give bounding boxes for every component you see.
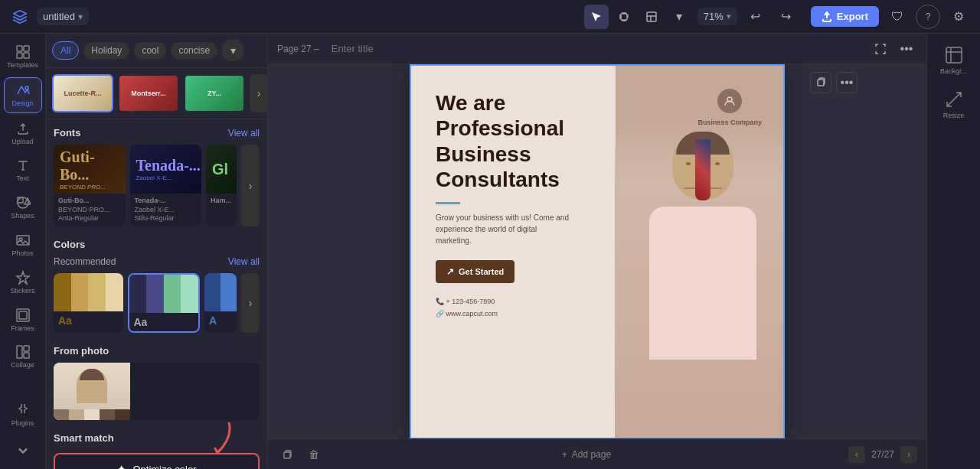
svg-rect-13 — [19, 311, 27, 319]
colors-view-all[interactable]: View all — [228, 256, 260, 267]
smart-match-section: Smart match ✦ Optimize color — [46, 425, 267, 469]
help-icon-btn[interactable]: ? — [916, 5, 940, 29]
nav-item-shapes[interactable]: Shapes — [4, 191, 42, 225]
nav-item-upload[interactable]: Upload — [4, 116, 42, 151]
page-title-input[interactable] — [325, 40, 466, 57]
style-thumb-montserrat[interactable]: Montserr... — [118, 74, 179, 112]
nav-item-templates[interactable]: Templates — [4, 40, 42, 74]
style-thumbs-next-btn[interactable]: › — [250, 74, 268, 112]
optimize-arrow — [191, 422, 237, 461]
design-canvas[interactable]: We are Professional Business Consultants… — [410, 64, 785, 438]
svg-rect-14 — [17, 346, 22, 358]
from-photo-label: From photo — [54, 345, 260, 357]
svg-rect-17 — [818, 80, 824, 86]
brand-logo — [717, 89, 742, 113]
colors-section: Colors Recommended View all Aa — [46, 231, 267, 337]
svg-rect-16 — [24, 353, 29, 358]
colors-section-title: Colors — [54, 239, 260, 250]
svg-rect-0 — [621, 14, 627, 20]
canvas-bottom: 🗑 + Add page ‹ 27/27 › — [268, 438, 926, 469]
person-body — [649, 207, 756, 360]
font-cards-next-btn[interactable]: › — [241, 145, 260, 226]
from-photo-card[interactable] — [54, 363, 260, 420]
font-card-tenada[interactable]: Tenada-... Zaobel X-E... Tenada-... Zaob… — [130, 145, 202, 226]
canvas-accent-line — [436, 202, 460, 204]
style-tag-concise[interactable]: concise — [171, 42, 217, 59]
bottom-tools: 🗑 — [277, 444, 325, 465]
nav-item-plugins[interactable]: Plugins — [4, 398, 42, 432]
palette-warm[interactable]: Aa — [54, 273, 123, 333]
pan-tool[interactable] — [612, 5, 636, 29]
svg-rect-15 — [24, 346, 29, 351]
nav-item-frames[interactable]: Frames — [4, 303, 42, 337]
canvas-tools: ▾ — [584, 5, 691, 29]
page-number: 27/27 — [871, 449, 894, 460]
fonts-view-all[interactable]: View all — [228, 128, 260, 138]
palette-dark[interactable]: Aa — [128, 273, 201, 333]
canvas-wrapper: We are Professional Business Consultants… — [410, 64, 785, 438]
person-silhouette — [615, 116, 785, 438]
svg-rect-1 — [647, 12, 656, 21]
canvas-area: Page 27 – ••• ••• — [268, 34, 926, 469]
prev-page-btn[interactable]: ‹ — [848, 446, 865, 463]
svg-rect-20 — [946, 47, 962, 63]
export-button[interactable]: Export — [811, 6, 879, 27]
palette-next-btn[interactable]: › — [241, 273, 260, 333]
nav-item-collage[interactable]: Collage — [4, 340, 42, 374]
canvas-cta-button[interactable]: ↗ Get Started — [436, 260, 514, 283]
layout-tool[interactable] — [639, 5, 664, 29]
shield-icon-btn[interactable]: 🛡 — [885, 5, 910, 29]
style-tag-all[interactable]: All — [52, 41, 79, 60]
style-thumbs-row: Lucette-R... Montserr... ZY... › — [46, 68, 267, 119]
font-card-gl[interactable]: Gl Ham... — [206, 145, 237, 226]
delete-page-btn[interactable]: 🗑 — [303, 444, 325, 465]
svg-rect-4 — [17, 53, 22, 58]
settings-icon-btn[interactable]: ⚙ — [946, 5, 971, 29]
recommended-label: Recommended — [54, 256, 116, 267]
canvas-more-btn[interactable]: ••• — [896, 38, 917, 60]
canvas-person-illustration — [615, 116, 785, 438]
canvas-headline: We are Professional Business Consultants — [436, 90, 589, 193]
zoom-control[interactable]: 71% ▾ — [697, 8, 737, 25]
right-panel-resize[interactable]: Resize — [932, 86, 976, 124]
right-panel-background[interactable]: Backgr... — [932, 41, 976, 80]
nav-item-design[interactable]: Design — [4, 77, 42, 113]
nav-expand-btn[interactable] — [4, 438, 42, 463]
right-panel: Backgr... Resize — [926, 34, 980, 469]
copy-page-btn[interactable] — [277, 444, 299, 465]
font-card-guti[interactable]: Guti-Bo... BEYOND PRO... Guti-Bo... BEYO… — [54, 145, 126, 226]
next-page-btn[interactable]: › — [900, 446, 917, 463]
font-cards-row: Guti-Bo... BEYOND PRO... Guti-Bo... BEYO… — [54, 145, 260, 226]
page-indicator: Page 27 – — [277, 44, 319, 54]
cta-label: Get Started — [459, 267, 504, 276]
undo-btn[interactable]: ↩ — [743, 5, 768, 29]
svg-rect-19 — [284, 452, 290, 458]
redo-btn[interactable]: ↪ — [774, 5, 799, 29]
style-tags-more-btn[interactable]: ▾ — [222, 40, 243, 61]
style-thumb-zy[interactable]: ZY... — [184, 74, 245, 112]
style-tags-row: All Holiday cool concise ▾ — [46, 34, 267, 68]
nav-item-stickers[interactable]: Stickers — [4, 265, 42, 300]
canvas-fullscreen-btn[interactable] — [870, 38, 891, 60]
canvas-subtext: Grow your business with us! Come and exp… — [436, 212, 573, 246]
style-thumb-lucette[interactable]: Lucette-R... — [52, 74, 113, 112]
page-nav: ‹ 27/27 › — [848, 446, 917, 463]
nav-item-photos[interactable]: Photos — [4, 228, 42, 262]
add-page-btn[interactable]: + Add page — [562, 449, 611, 460]
layout-dropdown[interactable]: ▾ — [667, 5, 691, 29]
canvas-body: ••• We are Professional Business Consult… — [268, 64, 926, 438]
svg-point-6 — [25, 86, 28, 90]
topbar: Page 27 untitled ▾ ▾ 71% ▾ ↩ ↪ Export 🛡 … — [0, 0, 980, 34]
palette-blue[interactable]: A — [204, 273, 237, 333]
nav-item-text[interactable]: Text — [4, 153, 42, 187]
file-title[interactable]: Page 27 untitled ▾ — [37, 8, 89, 25]
app-logo — [9, 6, 31, 28]
select-tool[interactable] — [584, 5, 609, 29]
canvas-options-btn[interactable]: ••• — [836, 72, 858, 93]
person-tie — [695, 139, 710, 200]
topbar-actions: Export 🛡 ? ⚙ — [811, 5, 971, 29]
from-photo-section: From photo — [46, 337, 267, 425]
style-tag-cool[interactable]: cool — [134, 42, 166, 59]
style-tag-holiday[interactable]: Holiday — [83, 42, 129, 59]
canvas-copy-btn[interactable] — [810, 72, 831, 93]
